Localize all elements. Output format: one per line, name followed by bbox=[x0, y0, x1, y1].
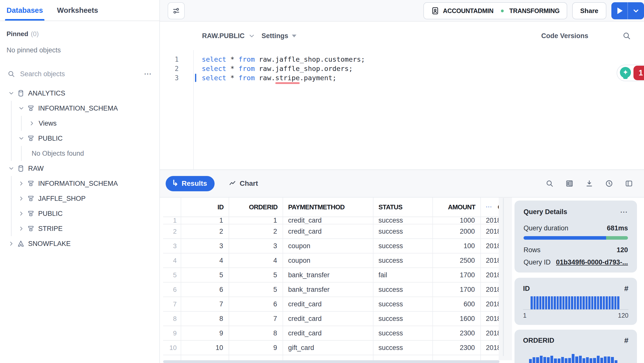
table-cell[interactable]: 1600 bbox=[433, 312, 481, 326]
row-number-cell[interactable]: 8 bbox=[163, 312, 181, 326]
vertical-scrollbar[interactable] bbox=[503, 198, 504, 356]
table-cell[interactable]: 5 bbox=[229, 283, 283, 297]
copilot-suggestions-pill[interactable]: ✦ 1 bbox=[617, 65, 644, 81]
table-cell[interactable]: 1000 bbox=[433, 217, 481, 224]
table-cell[interactable]: 3 bbox=[229, 239, 283, 253]
table-cell[interactable]: 8 bbox=[229, 326, 283, 340]
table-cell[interactable]: 2018 bbox=[481, 253, 499, 267]
table-cell[interactable]: 2018 bbox=[481, 283, 499, 297]
table-cell[interactable]: 5 bbox=[229, 268, 283, 282]
table-cell[interactable] bbox=[433, 355, 481, 360]
table-cell[interactable]: gift_card bbox=[283, 341, 373, 355]
table-cell[interactable]: credit_card bbox=[283, 217, 373, 224]
table-cell[interactable]: 2300 bbox=[433, 326, 481, 340]
query-details-menu-icon[interactable]: ··· bbox=[620, 209, 628, 216]
tab-databases[interactable]: Databases bbox=[7, 0, 43, 21]
table-cell[interactable]: fail bbox=[373, 268, 433, 282]
table-cell[interactable]: credit_card bbox=[283, 297, 373, 311]
table-cell[interactable] bbox=[229, 355, 283, 360]
row-number-cell[interactable]: 2 bbox=[163, 224, 181, 238]
table-cell[interactable]: success bbox=[373, 297, 433, 311]
table-cell[interactable]: coupon bbox=[283, 253, 373, 267]
column-header-paymentmethod[interactable]: PAYMENTMETHOD bbox=[283, 198, 373, 217]
table-cell[interactable]: bank_transfer bbox=[283, 283, 373, 297]
table-cell[interactable]: 2500 bbox=[433, 253, 481, 267]
row-number-cell[interactable]: 1 bbox=[163, 217, 181, 224]
code-versions-link[interactable]: Code Versions bbox=[541, 32, 588, 40]
chevron-down-icon[interactable] bbox=[8, 165, 15, 172]
run-options-button[interactable] bbox=[628, 2, 644, 19]
run-button[interactable] bbox=[611, 2, 627, 19]
tree-item-information-schema[interactable]: INFORMATION_SCHEMA bbox=[0, 176, 159, 191]
table-cell[interactable]: success bbox=[373, 283, 433, 297]
table-cell[interactable]: 1 bbox=[181, 217, 229, 224]
table-cell[interactable]: 2018 bbox=[481, 217, 499, 224]
tree-item-raw[interactable]: RAW bbox=[0, 161, 159, 176]
column-menu-dots-icon[interactable]: ··· bbox=[486, 204, 492, 210]
sidebar-more-menu-icon[interactable]: ··· bbox=[144, 70, 152, 77]
table-cell[interactable]: 10 bbox=[181, 341, 229, 355]
download-results-button[interactable] bbox=[585, 179, 593, 188]
horizontal-scrollbar[interactable] bbox=[163, 360, 499, 363]
table-cell[interactable]: 2018 bbox=[481, 239, 499, 253]
table-cell[interactable]: 6 bbox=[229, 297, 283, 311]
columns-button[interactable] bbox=[565, 179, 573, 188]
search-input[interactable] bbox=[20, 70, 144, 78]
table-cell[interactable] bbox=[481, 355, 499, 360]
table-cell[interactable] bbox=[373, 355, 433, 360]
table-cell[interactable]: success bbox=[373, 224, 433, 238]
table-cell[interactable]: 100 bbox=[433, 239, 481, 253]
row-number-cell[interactable]: 6 bbox=[163, 283, 181, 297]
tree-item-stripe[interactable]: STRIPE bbox=[0, 221, 159, 236]
table-cell[interactable]: 1700 bbox=[433, 283, 481, 297]
table-cell[interactable]: 2018 bbox=[481, 224, 499, 238]
column-header-created[interactable]: ···CREATED bbox=[481, 198, 499, 217]
table-cell[interactable]: 2018 bbox=[481, 268, 499, 282]
table-cell[interactable]: 2000 bbox=[433, 224, 481, 238]
table-cell[interactable]: 3 bbox=[181, 239, 229, 253]
chevron-right-icon[interactable] bbox=[18, 195, 25, 202]
column-header-amount[interactable]: AMOUNT bbox=[433, 198, 481, 217]
table-cell[interactable]: 2 bbox=[181, 224, 229, 238]
tab-worksheets[interactable]: Worksheets bbox=[57, 0, 98, 21]
table-cell[interactable] bbox=[181, 355, 229, 360]
table-cell[interactable]: success bbox=[373, 239, 433, 253]
chevron-right-icon[interactable] bbox=[8, 240, 15, 247]
row-number-cell[interactable]: 4 bbox=[163, 253, 181, 267]
table-cell[interactable]: 2018 bbox=[481, 341, 499, 355]
chevron-right-icon[interactable] bbox=[18, 180, 25, 187]
editor-search-button[interactable] bbox=[622, 32, 631, 40]
column-header-id[interactable]: ID bbox=[181, 198, 229, 217]
table-cell[interactable]: coupon bbox=[283, 239, 373, 253]
tree-item-views[interactable]: Views bbox=[0, 116, 159, 131]
code-line-3[interactable]: 3select * from raw.stripe.payment; bbox=[160, 73, 644, 82]
hash-icon[interactable]: # bbox=[624, 284, 628, 293]
query-id-link[interactable]: 01b349f6-0000-d793-... bbox=[556, 258, 628, 266]
table-cell[interactable]: credit_card bbox=[283, 224, 373, 238]
column-header-rownum[interactable] bbox=[163, 198, 181, 217]
table-cell[interactable]: 600 bbox=[433, 297, 481, 311]
database-context-selector[interactable]: RAW.PUBLIC bbox=[202, 32, 255, 40]
table-cell[interactable]: 6 bbox=[181, 283, 229, 297]
code-line-2[interactable]: 2select * from raw.jaffle_shop.orders; bbox=[160, 64, 644, 73]
table-cell[interactable]: success bbox=[373, 312, 433, 326]
table-cell[interactable]: 4 bbox=[229, 253, 283, 267]
sql-code-area[interactable]: 1select * from raw.jaffle_shop.customers… bbox=[160, 55, 644, 82]
table-cell[interactable]: 9 bbox=[181, 326, 229, 340]
chevron-down-icon[interactable] bbox=[18, 105, 25, 112]
table-cell[interactable]: 1 bbox=[229, 217, 283, 224]
column-header-status[interactable]: STATUS bbox=[373, 198, 433, 217]
table-cell[interactable]: 8 bbox=[181, 312, 229, 326]
table-cell[interactable]: 2300 bbox=[433, 341, 481, 355]
table-cell[interactable]: 7 bbox=[229, 312, 283, 326]
table-cell[interactable]: 2018 bbox=[481, 326, 499, 340]
table-cell[interactable]: success bbox=[373, 253, 433, 267]
code-line-1[interactable]: 1select * from raw.jaffle_shop.customers… bbox=[160, 55, 644, 64]
search-results-button[interactable] bbox=[546, 179, 554, 188]
hash-icon[interactable]: # bbox=[624, 336, 628, 345]
chevron-right-icon[interactable] bbox=[18, 225, 25, 232]
worksheet-options-button[interactable] bbox=[168, 2, 185, 19]
tree-item-snowflake[interactable]: SNOWFLAKE bbox=[0, 236, 159, 251]
editor-settings-dropdown[interactable]: Settings bbox=[262, 32, 296, 40]
table-cell[interactable]: 7 bbox=[181, 297, 229, 311]
